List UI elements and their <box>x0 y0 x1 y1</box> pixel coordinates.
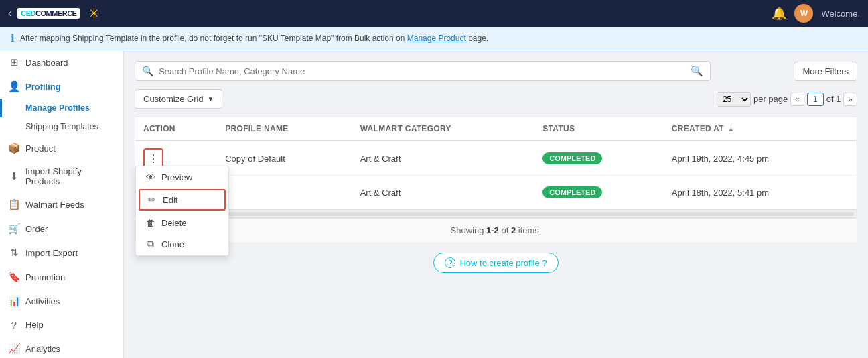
per-page-label: per page <box>753 94 788 104</box>
search-input[interactable] <box>153 66 688 76</box>
customize-grid-chevron-icon: ▼ <box>208 95 214 103</box>
page-total: of 1 <box>826 94 841 104</box>
sidebar-label-profiling: Profiling <box>25 82 61 92</box>
sidebar-item-dashboard[interactable]: ⊞ Dashboard <box>0 50 123 74</box>
search-button[interactable]: 🔍 <box>691 65 703 77</box>
logo-ced: CED <box>21 9 35 17</box>
sidebar-label-help: Help <box>25 320 44 330</box>
sidebar-label-promotion: Promotion <box>25 272 65 282</box>
sidebar-item-import-export[interactable]: ⇅ Import Export <box>0 241 123 265</box>
walmart-category-cell-2: Art & Craft <box>352 176 535 210</box>
help-icon: ? <box>8 319 20 331</box>
dashboard-icon: ⊞ <box>8 56 20 68</box>
preview-label: Preview <box>161 172 192 182</box>
table-footer: Showing 1-2 of 2 items. <box>135 218 857 242</box>
product-icon: 📦 <box>8 142 20 154</box>
sidebar-label-import-shopify: Import Shopify Products <box>25 166 115 186</box>
search-icon: 🔍 <box>142 66 153 76</box>
status-cell-1: COMPLETED <box>534 141 664 176</box>
sidebar-label-activities: Activities <box>25 296 60 306</box>
analytics-icon: 📈 <box>8 343 20 355</box>
search-toolbar: 🔍 🔍 More Filters <box>135 61 857 81</box>
showing-text: Showing <box>451 225 484 235</box>
sidebar-label-product: Product <box>25 143 56 154</box>
sidebar-item-import-shopify[interactable]: ⬇ Import Shopify Products <box>0 160 123 192</box>
dropdown-item-preview[interactable]: 👁 Preview <box>136 166 228 188</box>
col-walmart-category: WALMART CATEGORY <box>352 117 535 141</box>
sidebar-label-dashboard: Dashboard <box>25 58 68 68</box>
promotion-icon: 🔖 <box>8 271 20 283</box>
sidebar-label-shipping-templates: Shipping Templates <box>25 122 98 131</box>
action-cell-1: ⋮ 👁 Preview ✏ Edit <box>135 141 217 176</box>
items-text: items. <box>518 225 542 235</box>
profile-name-cell-1: Copy of Default <box>217 141 352 176</box>
order-icon: 🛒 <box>8 223 20 235</box>
per-page-select[interactable]: 25 50 100 <box>717 92 751 107</box>
import-icon: ⬇ <box>8 170 20 182</box>
sort-arrow-icon: ▲ <box>728 125 735 133</box>
status-badge-2: COMPLETED <box>542 186 602 198</box>
clone-icon: ⧉ <box>145 239 156 250</box>
notification-bell-icon[interactable]: 🔔 <box>772 6 786 21</box>
walmart-feeds-icon: 📋 <box>8 198 20 211</box>
delete-label: Delete <box>161 218 187 228</box>
preview-icon: 👁 <box>145 172 156 182</box>
table-row: ⋮ 👁 Preview ✏ Edit <box>135 141 857 176</box>
sidebar-item-help[interactable]: ? Help <box>0 313 123 337</box>
sidebar-item-order[interactable]: 🛒 Order <box>0 217 123 241</box>
table-row: ⋮ Art & Craft COMPLETED April 18th, 2022… <box>135 176 857 210</box>
sidebar-item-product[interactable]: 📦 Product <box>0 136 123 160</box>
customize-grid-button[interactable]: Customize Grid ▼ <box>135 89 222 109</box>
how-to-create-button[interactable]: ? How to create profile ? <box>433 253 558 273</box>
sidebar-item-activities[interactable]: 📊 Activities <box>0 289 123 313</box>
customize-toolbar: Customize Grid ▼ 25 50 100 per page « 1 … <box>135 89 857 109</box>
welcome-text: Welcome, <box>821 9 860 19</box>
pagination-controls: 25 50 100 per page « 1 of 1 » <box>717 92 857 107</box>
sidebar-item-walmart-feeds[interactable]: 📋 Walmart Feeds <box>0 192 123 217</box>
sidebar-label-manage-profiles: Manage Profiles <box>25 103 90 113</box>
last-page-button[interactable]: » <box>843 93 857 106</box>
created-at-cell-1: April 19th, 2022, 4:45 pm <box>664 141 857 176</box>
scroll-track <box>138 212 854 216</box>
sidebar-label-import-export: Import Export <box>25 248 78 258</box>
col-status: STATUS <box>534 117 664 141</box>
first-page-button[interactable]: « <box>790 93 804 106</box>
total-items: 2 <box>511 225 516 235</box>
col-action: ACTION <box>135 117 217 141</box>
horizontal-scrollbar[interactable] <box>135 209 857 217</box>
nav-right: 🔔 W Welcome, <box>772 4 860 23</box>
manage-product-link[interactable]: Manage Product <box>407 34 466 43</box>
sidebar: ⊞ Dashboard 👤 Profiling Manage Profiles … <box>0 50 124 358</box>
customize-grid-label: Customize Grid <box>143 94 204 104</box>
sidebar-sub-item-manage-profiles[interactable]: Manage Profiles <box>0 99 123 117</box>
profiles-table: ACTION PROFILE NAME WALMART CATEGORY STA… <box>135 117 857 218</box>
status-cell-2: COMPLETED <box>534 176 664 210</box>
walmart-category-cell-1: Art & Craft <box>352 141 535 176</box>
more-filters-button[interactable]: More Filters <box>794 62 857 81</box>
search-box: 🔍 🔍 <box>135 61 711 81</box>
sidebar-item-analytics[interactable]: 📈 Analytics <box>0 337 123 358</box>
created-at-cell-2: April 18th, 2022, 5:41 pm <box>664 176 857 210</box>
delete-icon: 🗑 <box>145 217 156 228</box>
dropdown-item-edit[interactable]: ✏ Edit <box>139 189 226 211</box>
how-to-section: ? How to create profile ? <box>135 242 857 284</box>
content-area: 🔍 🔍 More Filters Customize Grid ▼ 25 50 … <box>124 50 868 358</box>
how-to-label: How to create profile ? <box>459 258 547 268</box>
profiling-icon: 👤 <box>8 80 20 93</box>
sidebar-item-profiling[interactable]: 👤 Profiling <box>0 74 123 99</box>
back-button[interactable]: ‹ <box>8 7 11 19</box>
sidebar-item-promotion[interactable]: 🔖 Promotion <box>0 265 123 289</box>
sidebar-sub-item-shipping-templates[interactable]: Shipping Templates <box>0 117 123 136</box>
dropdown-item-delete[interactable]: 🗑 Delete <box>136 212 228 233</box>
main-layout: ⊞ Dashboard 👤 Profiling Manage Profiles … <box>0 50 868 358</box>
of-text: of <box>501 225 508 235</box>
sidebar-label-analytics: Analytics <box>25 344 60 354</box>
clone-label: Clone <box>161 239 184 249</box>
logo: CEDCOMMERCE <box>17 8 80 19</box>
dropdown-item-clone[interactable]: ⧉ Clone <box>136 233 228 255</box>
current-page: 1 <box>807 93 824 106</box>
import-export-icon: ⇅ <box>8 247 20 259</box>
avatar[interactable]: W <box>794 4 813 23</box>
profile-name-cell-2 <box>217 176 352 210</box>
activities-icon: 📊 <box>8 295 20 307</box>
